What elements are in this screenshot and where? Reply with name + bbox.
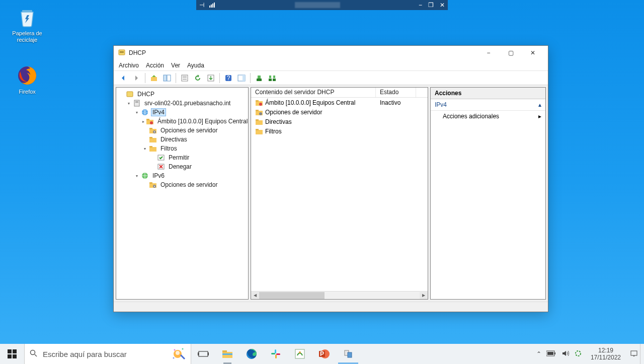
close-button[interactable]: ✕ xyxy=(522,46,544,60)
notifications-icon[interactable] xyxy=(630,349,638,359)
taskview-button[interactable] xyxy=(191,344,215,364)
titlebar[interactable]: DHCP − ▢ ✕ xyxy=(114,46,548,60)
taskbar-powerpoint[interactable]: P xyxy=(312,344,336,364)
svg-rect-9 xyxy=(151,77,157,81)
taskbar-dhcp[interactable] xyxy=(336,344,360,364)
tree-server-options[interactable]: Opciones de servidor xyxy=(118,126,246,135)
menu-ayuda[interactable]: Ayuda xyxy=(187,62,204,69)
greenshot-tray-icon[interactable] xyxy=(575,350,582,358)
tree-scope[interactable]: ▸Ámbito [10.0.0.0] Equipos Central xyxy=(118,117,246,126)
list-row[interactable]: Filtros xyxy=(251,126,428,136)
tree-denegar[interactable]: Denegar xyxy=(118,162,246,171)
svg-rect-36 xyxy=(149,128,152,129)
statusbar xyxy=(114,302,548,312)
start-button[interactable] xyxy=(0,344,24,364)
dhcp-icon xyxy=(118,48,126,58)
list-row[interactable]: Directivas xyxy=(251,117,428,126)
svg-rect-80 xyxy=(275,354,277,358)
svg-point-68 xyxy=(174,349,176,351)
remote-minimize-button[interactable]: − xyxy=(419,2,422,9)
tree-root-dhcp[interactable]: DHCP xyxy=(118,90,246,99)
svg-rect-24 xyxy=(273,79,276,81)
taskbar-greenshot[interactable] xyxy=(288,344,312,364)
remote-restore-button[interactable]: ❐ xyxy=(428,2,434,9)
up-button[interactable] xyxy=(148,72,159,84)
action-pane-button[interactable] xyxy=(236,72,247,84)
maximize-button[interactable]: ▢ xyxy=(500,46,522,60)
svg-point-49 xyxy=(154,186,155,187)
tree-server[interactable]: ▾srv-olin02-001.pruebasnacho.int xyxy=(118,99,246,108)
remote-close-button[interactable]: ✕ xyxy=(440,2,445,9)
svg-rect-72 xyxy=(198,352,199,355)
scroll-right-button[interactable]: ▶ xyxy=(420,292,428,299)
tree-ipv6[interactable]: ▾IPv6 xyxy=(118,171,246,180)
properties-button[interactable] xyxy=(179,72,190,84)
svg-rect-51 xyxy=(256,100,259,102)
column-header-state[interactable]: Estado xyxy=(376,88,416,97)
collapse-icon[interactable]: ▴ xyxy=(538,101,541,108)
dhcp-window: DHCP − ▢ ✕ Archivo Acción Ver Ayuda ? DH xyxy=(113,45,548,312)
show-desktop-button[interactable] xyxy=(640,344,644,364)
help-button[interactable]: ? xyxy=(223,72,234,84)
tree-ipv6-options[interactable]: Opciones de servidor xyxy=(118,180,246,189)
show-hide-tree-button[interactable] xyxy=(162,72,173,84)
tree-directivas[interactable]: Directivas xyxy=(118,135,246,144)
svg-rect-10 xyxy=(164,75,167,81)
horizontal-scrollbar[interactable]: ◀ ▶ xyxy=(251,291,428,299)
list-pane[interactable]: Contenido del servidor DHCP Estado Ámbit… xyxy=(251,87,428,300)
actions-pane: Acciones IPv4 ▴ Acciones adicionales ▸ xyxy=(430,87,546,300)
svg-point-67 xyxy=(176,351,180,355)
svg-rect-39 xyxy=(149,138,156,142)
desktop-icon-recycle-bin[interactable]: Papelera de reciclaje xyxy=(8,6,46,43)
svg-line-65 xyxy=(35,354,37,356)
desktop-icon-firefox[interactable]: Firefox xyxy=(8,64,46,95)
tree-filtros[interactable]: ▾Filtros xyxy=(118,144,246,153)
minimize-button[interactable]: − xyxy=(477,46,500,60)
search-icon xyxy=(30,349,38,359)
refresh-button[interactable] xyxy=(192,72,203,84)
signal-icon xyxy=(209,2,216,9)
export-button[interactable] xyxy=(205,72,216,84)
svg-rect-63 xyxy=(13,354,17,358)
actions-section[interactable]: IPv4 ▴ xyxy=(431,99,545,111)
taskbar-clock[interactable]: 12:19 17/11/2022 xyxy=(587,347,625,361)
column-header-name[interactable]: Contenido del servidor DHCP xyxy=(251,88,376,97)
svg-rect-25 xyxy=(269,76,271,78)
add-server-button[interactable] xyxy=(254,72,265,84)
menu-archivo[interactable]: Archivo xyxy=(119,62,139,69)
taskbar-explorer[interactable] xyxy=(215,344,239,364)
menu-accion[interactable]: Acción xyxy=(146,62,164,69)
pin-icon[interactable]: ⊣ xyxy=(199,2,204,9)
forward-button[interactable] xyxy=(131,72,142,84)
battery-icon[interactable] xyxy=(546,350,556,358)
svg-rect-2 xyxy=(212,4,213,8)
svg-rect-40 xyxy=(149,137,152,138)
svg-point-69 xyxy=(182,348,184,350)
svg-rect-14 xyxy=(183,78,187,78)
taskbar-edge[interactable] xyxy=(239,344,264,364)
taskbar-search[interactable]: Escribe aquí para buscar xyxy=(24,344,191,364)
volume-icon[interactable] xyxy=(561,349,570,359)
remote-connection-bar: ⊣ − ❐ ✕ xyxy=(196,0,448,10)
svg-rect-13 xyxy=(183,76,187,77)
tree-permitir[interactable]: Permitir xyxy=(118,153,246,162)
tree-pane[interactable]: DHCP ▾srv-olin02-001.pruebasnacho.int ▾I… xyxy=(116,87,249,300)
svg-rect-73 xyxy=(208,352,209,355)
list-row[interactable]: Opciones de servidor xyxy=(251,107,428,117)
svg-point-38 xyxy=(154,131,155,132)
action-more[interactable]: Acciones adicionales ▸ xyxy=(431,111,545,122)
svg-rect-15 xyxy=(183,79,187,80)
menu-ver[interactable]: Ver xyxy=(171,62,180,69)
scroll-thumb[interactable] xyxy=(259,292,325,299)
back-button[interactable] xyxy=(118,72,129,84)
svg-point-34 xyxy=(150,121,153,124)
window-title: DHCP xyxy=(129,49,146,56)
scroll-left-button[interactable]: ◀ xyxy=(251,292,259,299)
toolbar: ? xyxy=(114,71,548,85)
list-row[interactable]: Ámbito [10.0.0.0] Equipos Central Inacti… xyxy=(251,98,428,107)
svg-point-70 xyxy=(173,357,175,359)
taskbar-slack[interactable] xyxy=(264,344,288,364)
tray-chevron-icon[interactable]: ⌃ xyxy=(536,350,541,357)
manage-servers-button[interactable] xyxy=(267,72,278,84)
tree-ipv4[interactable]: ▾IPv4 xyxy=(118,108,246,117)
